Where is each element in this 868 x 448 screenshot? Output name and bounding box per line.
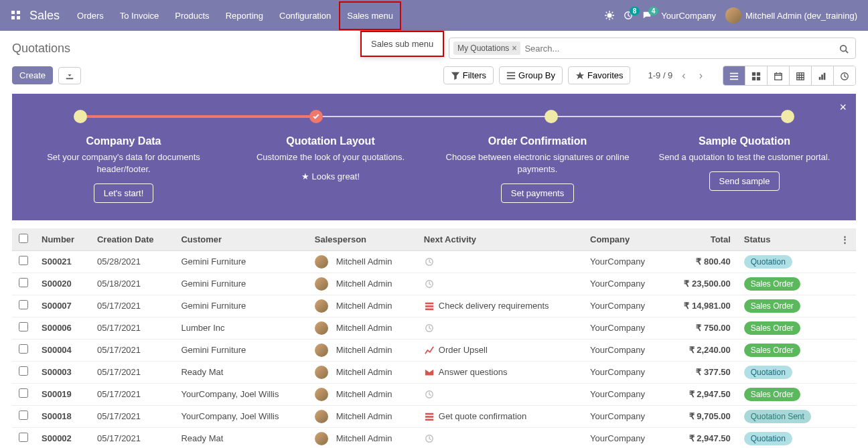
top-navbar: Sales Orders To Invoice Products Reporti… xyxy=(0,0,868,31)
cell-status: Quotation xyxy=(737,361,834,383)
search-icon[interactable] xyxy=(837,40,851,56)
row-checkbox[interactable] xyxy=(19,388,28,398)
table-row[interactable]: S0001805/17/2021YourCompany, Joel Willis… xyxy=(12,405,856,427)
cell-number: S00007 xyxy=(35,295,90,317)
pager-next-icon[interactable]: › xyxy=(695,67,707,84)
quotations-table: Number Creation Date Customer Salesperso… xyxy=(12,228,856,448)
table-row[interactable]: S0000405/17/2021Gemini FurnitureMitchell… xyxy=(12,339,856,361)
table-row[interactable]: S0000305/17/2021Ready MatMitchell AdminA… xyxy=(12,361,856,383)
lets-start-button[interactable]: Let's start! xyxy=(94,183,154,203)
col-number[interactable]: Number xyxy=(35,228,90,251)
nav-orders[interactable]: Orders xyxy=(69,1,112,30)
brand-title[interactable]: Sales xyxy=(29,9,60,23)
filters-button[interactable]: Filters xyxy=(443,66,494,84)
cell-customer: Gemini Furniture xyxy=(174,273,307,295)
table-row[interactable]: S0001905/17/2021YourCompany, Joel Willis… xyxy=(12,383,856,405)
cell-customer: YourCompany, Joel Willis xyxy=(174,405,307,427)
filters-label: Filters xyxy=(463,70,486,80)
cell-number: S00004 xyxy=(35,339,90,361)
debug-icon[interactable] xyxy=(605,11,614,20)
onboard-close-icon[interactable]: × xyxy=(839,100,847,115)
nav-reporting[interactable]: Reporting xyxy=(218,1,271,30)
activities-icon[interactable]: 8 xyxy=(624,11,633,20)
status-badge: Quotation xyxy=(744,255,792,269)
col-status[interactable]: Status xyxy=(737,228,834,251)
cell-status: Quotation xyxy=(737,250,834,273)
view-calendar-icon[interactable] xyxy=(768,66,790,85)
clock-icon[interactable] xyxy=(424,256,435,267)
send-sample-button[interactable]: Send sample xyxy=(709,171,780,191)
row-checkbox[interactable] xyxy=(19,366,28,376)
table-row[interactable]: S0000705/17/2021Gemini FurnitureMitchell… xyxy=(12,295,856,317)
row-checkbox[interactable] xyxy=(19,344,28,354)
view-graph-icon[interactable] xyxy=(812,66,834,85)
row-checkbox[interactable] xyxy=(19,322,28,331)
search-box[interactable]: My Quotations × xyxy=(449,38,856,59)
facet-remove-icon[interactable]: × xyxy=(512,44,516,53)
view-list-icon[interactable] xyxy=(723,66,745,85)
step-desc: Choose between electronic signatures or … xyxy=(443,151,632,175)
groupby-button[interactable]: Group By xyxy=(499,66,563,84)
sales-submenu-dropdown[interactable]: Sales sub menu xyxy=(360,31,444,57)
cell-status: Sales Order xyxy=(737,295,834,317)
row-checkbox[interactable] xyxy=(19,433,28,442)
import-button[interactable] xyxy=(58,67,81,84)
svg-rect-30 xyxy=(425,413,433,415)
cell-customer: Lumber Inc xyxy=(174,317,307,339)
col-total[interactable]: Total xyxy=(665,228,737,251)
clock-icon[interactable] xyxy=(424,433,435,444)
row-checkbox[interactable] xyxy=(19,278,28,287)
mail-icon[interactable] xyxy=(424,367,435,378)
pager-text[interactable]: 1-9 / 9 xyxy=(648,70,672,80)
view-pivot-icon[interactable] xyxy=(790,66,812,85)
col-salesperson[interactable]: Salesperson xyxy=(308,228,417,251)
table-row[interactable]: S0000205/17/2021Ready MatMitchell AdminY… xyxy=(12,427,856,448)
col-creation-date[interactable]: Creation Date xyxy=(90,228,175,251)
onboard-step-quotation-layout: Quotation Layout Customize the look of y… xyxy=(227,135,434,203)
table-row[interactable]: S0002105/28/2021Gemini FurnitureMitchell… xyxy=(12,250,856,273)
col-company[interactable]: Company xyxy=(583,228,665,251)
cell-status: Quotation Sent xyxy=(737,405,834,427)
search-input[interactable] xyxy=(520,41,837,56)
table-row[interactable]: S0002005/18/2021Gemini FurnitureMitchell… xyxy=(12,273,856,295)
cell-number: S00021 xyxy=(35,250,90,273)
nav-sales-menu[interactable]: Sales menu xyxy=(339,1,401,30)
col-next-activity[interactable]: Next Activity xyxy=(417,228,583,251)
favorites-button[interactable]: Favorites xyxy=(568,66,630,84)
svg-rect-2 xyxy=(11,16,15,19)
apps-icon[interactable] xyxy=(5,10,27,21)
svg-rect-11 xyxy=(730,76,738,77)
create-button[interactable]: Create xyxy=(12,66,53,84)
set-payments-button[interactable]: Set payments xyxy=(501,183,575,203)
col-customer[interactable]: Customer xyxy=(174,228,307,251)
list-icon[interactable] xyxy=(424,411,435,422)
cell-date: 05/28/2021 xyxy=(90,250,175,273)
view-activity-icon[interactable] xyxy=(834,66,855,85)
pager-prev-icon[interactable]: ‹ xyxy=(678,67,689,84)
nav-products[interactable]: Products xyxy=(167,1,217,30)
chart-icon[interactable] xyxy=(424,345,435,356)
svg-rect-13 xyxy=(752,72,755,75)
list-icon[interactable] xyxy=(424,301,435,311)
cell-total: ₹ 14,981.00 xyxy=(665,295,737,317)
cell-total: ₹ 377.50 xyxy=(665,361,737,383)
activities-badge: 8 xyxy=(630,7,640,15)
cell-customer: Gemini Furniture xyxy=(174,339,307,361)
clock-icon[interactable] xyxy=(424,323,435,333)
col-options-icon[interactable]: ⋮ xyxy=(834,228,856,251)
salesperson-avatar-icon xyxy=(315,277,328,291)
clock-icon[interactable] xyxy=(424,279,435,289)
nav-configuration[interactable]: Configuration xyxy=(271,1,339,30)
row-checkbox[interactable] xyxy=(19,256,28,265)
messages-icon[interactable]: 4 xyxy=(642,11,652,20)
row-checkbox[interactable] xyxy=(19,300,28,309)
table-row[interactable]: S0000605/17/2021Lumber IncMitchell Admin… xyxy=(12,317,856,339)
row-checkbox[interactable] xyxy=(19,410,28,420)
select-all-checkbox[interactable] xyxy=(19,234,28,243)
clock-icon[interactable] xyxy=(424,389,435,400)
view-kanban-icon[interactable] xyxy=(745,66,768,85)
svg-rect-0 xyxy=(11,11,15,14)
nav-to-invoice[interactable]: To Invoice xyxy=(112,1,167,30)
user-menu[interactable]: Mitchell Admin (dev_training) xyxy=(725,7,857,23)
company-switcher[interactable]: YourCompany xyxy=(661,11,716,21)
